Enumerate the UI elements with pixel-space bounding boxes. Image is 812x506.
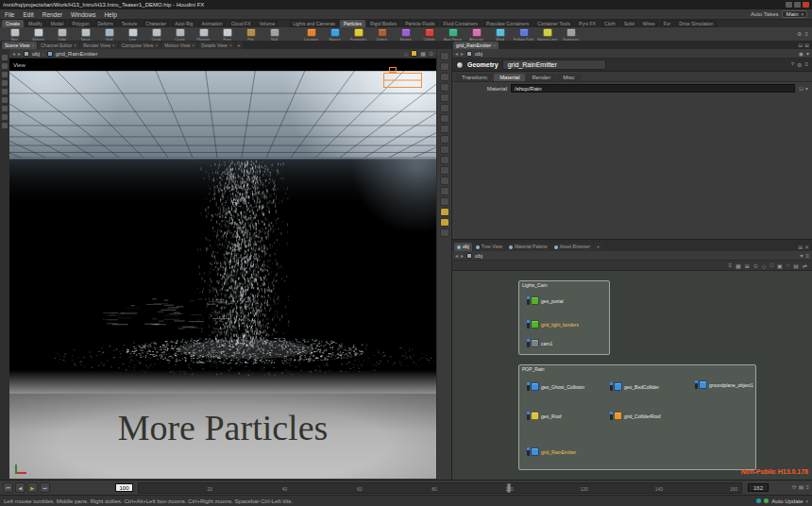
close-icon[interactable]: × — [74, 42, 76, 49]
pane-tab-scene-view[interactable]: Scene View× — [2, 42, 37, 49]
pane-tab-material-palette[interactable]: Material Palette — [506, 243, 550, 251]
node-flags[interactable] — [527, 339, 530, 347]
chevron-down-icon[interactable]: ▾ — [805, 85, 808, 92]
close-icon[interactable]: × — [31, 42, 34, 49]
close-icon[interactable]: × — [493, 42, 496, 49]
node-chooser-icon[interactable]: ⊡ — [799, 85, 804, 92]
chevron-down-icon[interactable]: ▾ — [806, 50, 809, 57]
close-button[interactable] — [803, 2, 809, 8]
shelf-tab-rigid-bodies[interactable]: Rigid Bodies — [366, 20, 400, 27]
shelf-tool-tube[interactable]: Tube — [50, 27, 74, 41]
node-grid-rainemitter[interactable]: grid_RainEmitter — [527, 447, 576, 457]
forward-icon[interactable]: ▸ — [18, 50, 21, 57]
pane-tab-asset-browser[interactable]: Asset Browser — [551, 243, 593, 251]
viewport-tool-icon[interactable] — [2, 63, 8, 69]
shelf-tab-container-tools[interactable]: Container Tools — [533, 20, 574, 27]
display-option-icon[interactable] — [440, 228, 449, 237]
forward-icon[interactable]: ▸ — [461, 252, 464, 259]
pane-split-icons[interactable]: ⊟ ⊞ — [798, 42, 812, 49]
shelf-tool-circle[interactable]: Circle — [144, 27, 168, 41]
current-frame-field[interactable]: 100 — [115, 483, 133, 492]
shelf-tool-source[interactable]: Source — [323, 27, 347, 41]
viewport-tool-icon[interactable] — [2, 72, 8, 77]
shelf-tool-axis-force[interactable]: Axis Force — [441, 27, 465, 41]
viewport-tool-icon[interactable] — [2, 55, 8, 60]
shelf-tool-null[interactable]: Null — [262, 27, 286, 41]
scene-viewport[interactable]: View More Particles — [9, 59, 436, 479]
play-button[interactable]: ▶ — [27, 482, 38, 493]
param-path-crumb[interactable]: obj — [475, 51, 482, 57]
path-crumb-obj[interactable]: obj — [32, 51, 40, 57]
network-tool-icon[interactable]: ▤ — [793, 262, 799, 269]
path-crumb-node[interactable]: grid_RainEmitter — [56, 51, 98, 57]
network-tool-icon[interactable]: ⊞ — [745, 262, 750, 269]
pane-tab-compose-view[interactable]: Compose View× — [119, 42, 161, 49]
display-option-icon[interactable] — [440, 125, 449, 133]
node-geo-portal[interactable]: geo_portal — [527, 295, 564, 306]
node-grid-colliderroof[interactable]: grid_ColliderRoof — [610, 411, 661, 421]
display-option-icon[interactable] — [440, 177, 449, 185]
display-option-icon[interactable] — [440, 135, 449, 143]
node-flags[interactable] — [695, 380, 698, 389]
shelf-tab-animation[interactable]: Animation — [197, 20, 226, 27]
select-mode-icon[interactable] — [411, 50, 417, 57]
shelf-tool-sphere[interactable]: Sphere — [26, 27, 50, 41]
node-groundplane-object1[interactable]: groundplane_object1 — [695, 380, 753, 390]
shelf-tool-speed-limit[interactable]: Speed Limit — [535, 27, 559, 41]
shelf-gear-icon[interactable]: ⚙ — [797, 27, 802, 41]
display-option-icon[interactable] — [440, 93, 449, 102]
shelf-tool-wind[interactable]: Wind — [488, 27, 512, 41]
display-option-icon[interactable] — [440, 62, 449, 71]
shelf-tool-curve[interactable]: Curve — [168, 27, 192, 41]
viewport-tool-icon[interactable] — [2, 80, 8, 86]
shelf-tool-suppress[interactable]: Suppress — [559, 27, 583, 41]
display-option-icon[interactable] — [440, 52, 449, 60]
loop-icon[interactable]: ⟳ — [792, 482, 797, 493]
playbar-cursor[interactable] — [508, 483, 511, 493]
network-box-lights-cam[interactable]: Lights_Camgeo_portalgrid_light_bordersca… — [518, 280, 610, 355]
param-tab-transform[interactable]: Transform — [456, 74, 493, 81]
close-icon[interactable]: × — [112, 42, 115, 49]
shelf-tab-polygon[interactable]: Polygon — [68, 20, 93, 27]
pane-tab-channel-editor[interactable]: Channel Editor× — [38, 42, 79, 49]
forward-icon[interactable]: ▸ — [461, 50, 464, 57]
shelf-tab-model[interactable]: Model — [47, 20, 68, 27]
viewport-tool-icon[interactable] — [2, 89, 8, 94]
display-option-icon[interactable] — [440, 83, 449, 92]
network-box-pop-rain[interactable]: POP_Raingeo_Ghost_Collisiongeo_BedCollid… — [518, 364, 756, 470]
display-option-icon[interactable] — [440, 166, 449, 175]
shelf-tool-grid[interactable]: Grid — [97, 27, 121, 41]
shelf-tab-particles[interactable]: Particles — [340, 20, 365, 27]
network-tool-icon[interactable]: ⇄ — [803, 262, 807, 269]
network-path-crumb[interactable]: obj — [475, 253, 482, 259]
shelf-tool-collide[interactable]: Collide — [417, 27, 441, 41]
pin-icon[interactable]: ◉ — [799, 50, 804, 57]
network-canvas[interactable]: Lights_Camgeo_portalgrid_light_bordersca… — [452, 271, 812, 480]
shelf-tab-auto-rig[interactable]: Auto Rig — [171, 20, 196, 27]
shelf-tab-lights-and-cameras[interactable]: Lights and Cameras — [289, 20, 339, 27]
close-icon[interactable]: × — [155, 42, 158, 49]
network-tool-icon[interactable]: ○ — [787, 262, 790, 268]
node-flags[interactable] — [527, 320, 530, 329]
node-grid-light-borders[interactable]: grid_light_borders — [527, 319, 579, 329]
shelf-tab-particle-fluids[interactable]: Particle Fluids — [401, 20, 438, 27]
network-tool-icon[interactable]: ▣ — [777, 262, 783, 269]
display-option-icon[interactable] — [440, 218, 449, 227]
menu-icon[interactable]: ≡ — [805, 253, 809, 259]
menu-edit[interactable]: Edit — [23, 11, 33, 18]
back-icon[interactable]: ◂ — [455, 252, 458, 259]
network-tool-icon[interactable]: ▦ — [736, 262, 741, 269]
menu-file[interactable]: File — [5, 11, 14, 18]
pane-tab-details-view[interactable]: Details View× — [198, 42, 234, 49]
pane-tab-parameters[interactable]: grid_RainEmitter × — [453, 42, 499, 49]
shelf-tab-texture[interactable]: Texture — [118, 20, 141, 27]
view-menu-label[interactable]: View — [13, 62, 25, 68]
play-reverse-button[interactable]: ◀ — [15, 482, 25, 493]
shelf-tool-fireworks[interactable]: Fireworks — [347, 27, 370, 41]
display-option-icon[interactable] — [440, 156, 449, 164]
node-geo-ghost-collision[interactable]: geo_Ghost_Collision — [527, 381, 584, 392]
shelf-tab-cloth[interactable]: Cloth — [601, 20, 619, 27]
node-cam1[interactable]: cam1 — [527, 338, 552, 348]
shelf-tool-follow-path[interactable]: Follow Path — [512, 27, 535, 41]
shelf-tool-location[interactable]: Location — [299, 27, 323, 41]
